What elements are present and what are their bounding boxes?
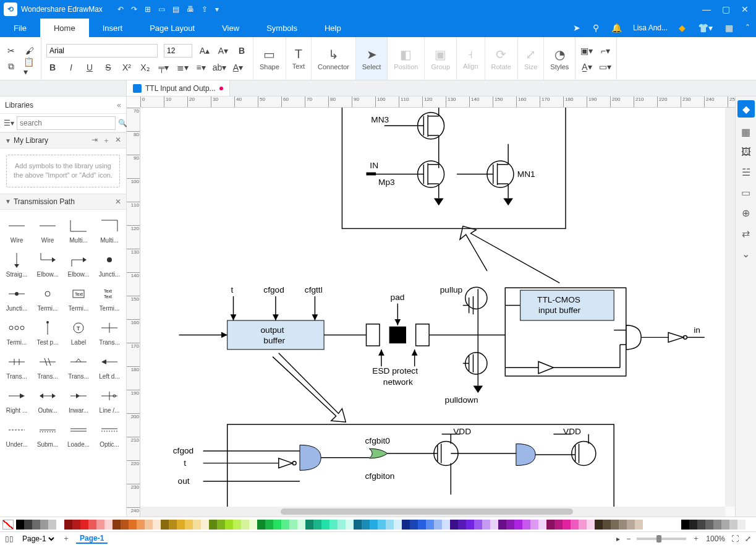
qat-more-icon[interactable]: ▾ (215, 5, 219, 14)
color-swatch[interactable] (169, 520, 177, 530)
color-swatch[interactable] (72, 520, 80, 530)
fullscreen-icon[interactable]: ⤢ (745, 534, 751, 543)
color-swatch[interactable] (571, 520, 579, 530)
color-swatch[interactable] (129, 520, 137, 530)
color-swatch[interactable] (113, 520, 121, 530)
comment-icon[interactable]: ⌄ (742, 248, 750, 260)
gray-swatch[interactable] (681, 520, 689, 530)
color-swatch[interactable] (281, 520, 289, 530)
font-shrink-icon[interactable]: A▾ (217, 45, 229, 57)
connector-tool[interactable]: ↳Connector (312, 37, 356, 80)
select-tool[interactable]: ➤Select (356, 37, 388, 80)
color-swatch[interactable] (193, 520, 201, 530)
color-swatch[interactable] (201, 520, 209, 530)
shuffle-icon[interactable]: ⇄ (742, 228, 750, 239)
symbol-and-gate[interactable] (626, 325, 641, 350)
symbol-item[interactable]: Line /... (94, 384, 125, 418)
premium-icon[interactable]: ◆ (679, 23, 686, 33)
menu-page-layout[interactable]: Page Layout (136, 19, 208, 37)
color-swatch[interactable] (466, 520, 474, 530)
cut-icon[interactable]: ✂ (5, 45, 17, 57)
symbol-item[interactable]: Wire (32, 213, 63, 247)
gray-swatch[interactable] (745, 520, 754, 530)
color-swatch[interactable] (458, 520, 466, 530)
color-swatch[interactable] (24, 520, 32, 530)
library-menu-icon[interactable]: ☰▾ (4, 119, 14, 127)
color-swatch[interactable] (627, 520, 635, 530)
color-swatch[interactable] (579, 520, 587, 530)
font-size-select[interactable] (164, 44, 192, 58)
symbol-item[interactable]: Outw... (32, 384, 63, 418)
image-icon[interactable]: 🖼 (741, 147, 751, 158)
symbol-item[interactable]: Left d... (94, 350, 125, 384)
close-section-icon[interactable]: ✕ (115, 135, 121, 146)
color-swatch[interactable] (217, 520, 225, 530)
styles-tool[interactable]: ◔Styles (544, 37, 575, 80)
color-swatch[interactable] (498, 520, 506, 530)
symbol-item[interactable]: Subm... (32, 418, 63, 452)
pages-icon[interactable]: ▯▯ (5, 534, 14, 543)
symbol-item[interactable]: Elbow... (63, 247, 94, 281)
strike-button[interactable]: S (102, 61, 114, 74)
menu-file[interactable]: File (0, 19, 40, 37)
symbol-item[interactable]: Straig... (1, 247, 32, 281)
drawing-canvas[interactable]: MN3 IN Mp3 (140, 108, 725, 507)
symbol-item[interactable]: Under... (1, 418, 32, 452)
font-color-button[interactable]: A▾ (232, 61, 244, 74)
crop-icon[interactable]: ⌐▾ (599, 45, 611, 57)
font-name-select[interactable] (46, 44, 158, 58)
superscript-button[interactable]: X² (121, 61, 133, 74)
no-color-swatch[interactable] (2, 520, 14, 530)
redo-icon[interactable]: ↷ (131, 5, 137, 14)
import-icon[interactable]: ⇥ (91, 135, 98, 146)
font-grow-icon[interactable]: A▴ (198, 45, 211, 57)
color-swatch[interactable] (145, 520, 153, 530)
arrow-style-icon[interactable]: ▭▾ (599, 61, 611, 73)
apps-icon[interactable]: ▦ (725, 23, 733, 33)
color-swatch[interactable] (482, 520, 490, 530)
color-swatch[interactable] (402, 520, 410, 530)
color-swatch[interactable] (305, 520, 313, 530)
minimize-icon[interactable]: — (702, 4, 711, 14)
color-swatch[interactable] (506, 520, 514, 530)
color-swatch[interactable] (56, 520, 64, 530)
bell-icon[interactable]: 🔔 (611, 23, 622, 33)
symbol-item[interactable]: Inwar... (63, 384, 94, 418)
export-icon[interactable]: ⇪ (202, 5, 208, 14)
symbol-gate-cfgbit0[interactable] (369, 448, 387, 458)
color-swatch[interactable] (161, 520, 169, 530)
color-swatch[interactable] (233, 520, 241, 530)
symbol-item[interactable]: Loade... (63, 418, 94, 452)
symbol-item[interactable]: Optic... (94, 418, 125, 452)
color-swatch[interactable] (450, 520, 458, 530)
symbol-item[interactable]: Multi... (94, 213, 125, 247)
symbol-inverter[interactable] (279, 458, 292, 468)
print-icon[interactable]: 🖶 (187, 5, 194, 14)
symbol-item[interactable]: Termi... (32, 281, 63, 315)
collapse-panel-icon[interactable]: « (117, 101, 121, 109)
symbol-mp3[interactable]: IN Mp3 (367, 161, 444, 206)
symbol-item[interactable]: Juncti... (1, 281, 32, 315)
horizontal-scrollbar[interactable] (140, 507, 725, 517)
maximize-icon[interactable]: ▢ (722, 4, 730, 14)
paste-icon[interactable]: 📋▾ (23, 61, 36, 73)
chevron-down-icon[interactable]: ▼ (5, 137, 11, 144)
menu-view[interactable]: View (208, 19, 253, 37)
search-icon[interactable]: 🔍 (118, 119, 127, 127)
shape-tool[interactable]: ▭Shape (253, 37, 286, 80)
color-swatch[interactable] (635, 520, 643, 530)
bullets-button[interactable]: ≣▾ (176, 61, 189, 74)
color-swatch[interactable] (538, 520, 546, 530)
open-icon[interactable]: ▭ (158, 5, 165, 14)
symbol-item[interactable]: Trans... (63, 350, 94, 384)
color-swatch[interactable] (289, 520, 297, 530)
page-select[interactable]: Page-1 (20, 534, 56, 544)
symbol-item[interactable]: Termi... (1, 315, 32, 350)
fill-icon[interactable]: ▣▾ (580, 45, 593, 57)
symbol-pullup[interactable]: pullup (440, 285, 487, 335)
color-swatch[interactable] (442, 520, 450, 530)
color-swatch[interactable] (530, 520, 538, 530)
color-swatch[interactable] (225, 520, 233, 530)
symbol-item[interactable]: Elbow... (32, 247, 63, 281)
color-swatch[interactable] (587, 520, 595, 530)
